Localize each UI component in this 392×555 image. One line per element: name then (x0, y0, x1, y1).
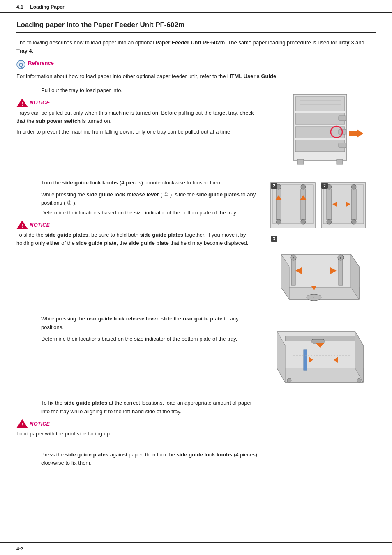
svg-text:2: 2 (323, 184, 326, 188)
intro-paragraph: The following describes how to load pape… (16, 39, 376, 55)
svg-text:1: 1 (313, 296, 315, 300)
svg-rect-11 (339, 143, 346, 148)
step-3-image (269, 315, 376, 390)
step-1-text: Pull out the tray to load paper into. (41, 86, 259, 95)
notice-1-label: NOTICE (30, 99, 50, 106)
notice-2-header: ! NOTICE (16, 220, 259, 229)
step-2-sub1: While pressing the side guide lock relea… (41, 191, 259, 207)
notice-3-header: ! NOTICE (16, 419, 259, 428)
svg-point-73 (357, 378, 361, 382)
svg-text:2: 2 (273, 184, 275, 188)
svg-point-38 (327, 219, 332, 224)
step-4-left: To fix the side guide plates at the corr… (16, 399, 269, 442)
svg-rect-51 (339, 258, 343, 285)
svg-text:!: ! (21, 223, 23, 229)
svg-point-25 (301, 184, 306, 189)
svg-rect-68 (304, 350, 307, 370)
step-2-text: Turn the side guide lock knobs (4 pieces… (41, 179, 259, 187)
step-2-illustration-top: 2 (269, 179, 367, 232)
header-section: 4.1 Loading Paper (16, 4, 65, 10)
svg-point-72 (287, 378, 291, 382)
notice-2-label: NOTICE (30, 222, 50, 228)
notice-icon-3: ! (16, 419, 28, 428)
reference-icon: Q (16, 60, 25, 69)
section-title-header: Loading Paper (30, 4, 64, 10)
svg-text:3: 3 (273, 237, 275, 241)
step-2-sub2: Determine their locations based on the s… (41, 209, 259, 217)
section-number: 4.1 (16, 4, 23, 10)
step-1-row: Pull out the tray to load paper into. ! … (16, 86, 376, 170)
svg-point-26 (276, 219, 281, 224)
page-title: Loading paper into the Paper Feeder Unit… (16, 21, 376, 33)
svg-text:!: ! (21, 101, 23, 107)
svg-rect-7 (295, 127, 345, 138)
svg-marker-12 (349, 129, 363, 138)
notice-icon-2: ! (16, 220, 28, 229)
step-3-left: While pressing the rear guide lock relea… (16, 315, 269, 345)
svg-rect-5 (295, 97, 345, 111)
svg-rect-35 (351, 189, 356, 220)
step-5-text: Press the side guide plates against pape… (41, 451, 259, 468)
notice-3-text: Load paper with the print side facing up… (16, 430, 259, 438)
step-3-row: While pressing the rear guide lock relea… (16, 315, 376, 390)
step-1-left: Pull out the tray to load paper into. ! … (16, 86, 269, 139)
svg-rect-8 (295, 140, 345, 152)
reference-label: Reference (28, 60, 54, 66)
svg-point-39 (351, 219, 356, 224)
page-footer: 4-3 (0, 542, 392, 555)
svg-text:Q: Q (19, 62, 23, 68)
page-number: 4-3 (16, 546, 23, 552)
svg-point-27 (301, 219, 306, 224)
svg-rect-66 (312, 339, 324, 343)
notice-3: ! NOTICE Load paper with the print side … (16, 419, 259, 438)
step-2-illus-container: 2 (269, 179, 376, 306)
step-2-left: Turn the side guide lock knobs (4 pieces… (16, 179, 269, 251)
step-1-illustration (269, 86, 367, 168)
notice-icon-1: ! (16, 98, 28, 107)
page: 4.1 Loading Paper Loading paper into the… (0, 0, 392, 555)
notice-3-label: NOTICE (30, 421, 50, 427)
reference-box: Q Reference (16, 60, 376, 69)
svg-text:2: 2 (293, 256, 295, 260)
step-3-sub: Determine their locations based on the s… (41, 335, 259, 343)
step-2-illustration-bottom: 3 2 2 (269, 234, 367, 306)
svg-text:!: ! (21, 422, 23, 428)
svg-rect-15 (337, 159, 343, 164)
step-4-text: To fix the side guide plates at the corr… (41, 399, 259, 416)
notice-1-text-2: In order to prevent the machine from fal… (16, 128, 259, 136)
step-4-row: To fix the side guide plates at the corr… (16, 399, 376, 442)
step-3-illustration (269, 315, 367, 389)
svg-rect-6 (295, 113, 345, 124)
step-5-left: Press the side guide plates against pape… (16, 451, 269, 471)
notice-1-text-1: Trays can be pulled out only when this m… (16, 109, 259, 125)
svg-rect-34 (327, 189, 332, 220)
svg-point-37 (351, 184, 356, 189)
svg-text:2: 2 (340, 256, 342, 260)
notice-1: ! NOTICE Trays can be pulled out only wh… (16, 98, 259, 136)
reference-text: For information about how to load paper … (16, 72, 376, 81)
notice-1-header: ! NOTICE (16, 98, 259, 107)
notice-2: ! NOTICE To slide the side guide plates,… (16, 220, 259, 247)
step-3-text: While pressing the rear guide lock relea… (41, 315, 259, 332)
svg-rect-22 (276, 189, 281, 220)
svg-rect-23 (301, 189, 306, 220)
step-2-images: 2 (269, 179, 376, 306)
step-2-row: Turn the side guide lock knobs (4 pieces… (16, 179, 376, 306)
notice-2-text: To slide the side guide plates, be sure … (16, 231, 259, 247)
step-1-image (269, 86, 376, 170)
svg-rect-50 (291, 258, 295, 285)
svg-rect-14 (297, 159, 304, 164)
main-content: Loading paper into the Paper Feeder Unit… (0, 13, 392, 542)
page-header: 4.1 Loading Paper (0, 0, 392, 13)
step-5-row: Press the side guide plates against pape… (16, 451, 376, 471)
svg-rect-9 (339, 116, 346, 121)
